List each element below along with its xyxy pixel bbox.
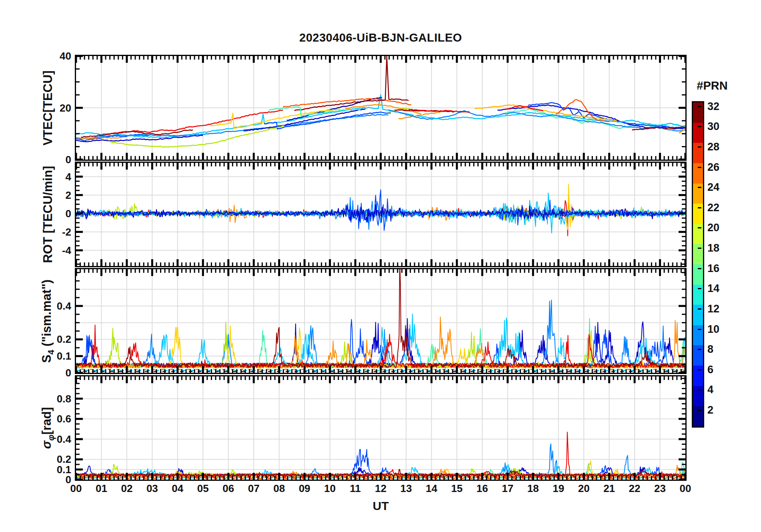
colorbar-tick-label: 14 bbox=[707, 282, 735, 295]
colorbar-tick-label: 18 bbox=[707, 242, 735, 254]
chart-title: 20230406-UiB-BJN-GALILEO bbox=[76, 31, 685, 44]
colorbar-tick bbox=[698, 268, 701, 269]
vtec-ylabel: VTEC[TECU] bbox=[41, 70, 55, 146]
colorbar-tick-label: 16 bbox=[707, 262, 735, 275]
colorbar-tick bbox=[698, 167, 701, 168]
panel-vtec bbox=[75, 55, 687, 161]
sigmaphi-plot bbox=[76, 376, 685, 480]
colorbar-tick bbox=[698, 369, 701, 370]
colorbar-title: #PRN bbox=[682, 79, 742, 92]
colorbar-tick-label: 4 bbox=[707, 383, 735, 396]
colorbar-tick-label: 24 bbox=[707, 181, 735, 194]
colorbar-tick-label: 30 bbox=[707, 120, 735, 133]
colorbar-tick-label: 6 bbox=[707, 363, 735, 376]
colorbar bbox=[692, 101, 704, 428]
colorbar-tick bbox=[698, 227, 701, 228]
y-tick-label-sigmaphi: 0.8 bbox=[16, 392, 71, 406]
series-line-prn23 bbox=[399, 112, 444, 119]
panel-s4 bbox=[75, 268, 687, 374]
panel-sigmaphi bbox=[75, 375, 687, 481]
colorbar-tick-label: 20 bbox=[707, 221, 735, 234]
sigmaphi-ylabel: σφ[rad] bbox=[40, 407, 56, 449]
figure: 20230406-UiB-BJN-GALILEO 02040VTEC[TECU]… bbox=[0, 0, 761, 532]
colorbar-tick bbox=[698, 146, 701, 148]
y-tick-label-vtec: 0 bbox=[16, 153, 71, 166]
colorbar-tick-label: 22 bbox=[707, 201, 735, 214]
colorbar-tick bbox=[698, 410, 701, 411]
y-tick-label-s4: 0 bbox=[16, 366, 71, 380]
y-tick-label-sigmaphi: 0.2 bbox=[16, 452, 71, 466]
rot-plot bbox=[76, 163, 685, 266]
panel-rot bbox=[75, 162, 687, 267]
s4-plot bbox=[76, 269, 685, 373]
vtec-plot bbox=[76, 56, 685, 160]
colorbar-tick-label: 26 bbox=[707, 161, 735, 174]
x-axis-label: UT bbox=[76, 499, 685, 513]
x-tick-label: 00 bbox=[667, 482, 703, 495]
colorbar-tick bbox=[698, 187, 701, 188]
colorbar-tick bbox=[698, 126, 701, 127]
colorbar-tick bbox=[698, 308, 701, 310]
colorbar-tick bbox=[698, 349, 701, 350]
colorbar-tick bbox=[698, 207, 701, 208]
colorbar-tick-label: 12 bbox=[707, 302, 735, 315]
colorbar-tick-label: 10 bbox=[707, 323, 735, 336]
series-line-prn32 bbox=[294, 56, 409, 111]
colorbar-tick bbox=[698, 288, 701, 289]
y-tick-label-vtec: 40 bbox=[16, 49, 71, 63]
colorbar-tick-label: 32 bbox=[707, 100, 735, 113]
s4-ylabel: S4 ("ism.mat") bbox=[40, 279, 56, 363]
colorbar-tick-label: 8 bbox=[707, 343, 735, 356]
colorbar-tick bbox=[698, 329, 701, 330]
colorbar-tick-label: 2 bbox=[707, 404, 735, 416]
rot-ylabel: ROT [TECU/min] bbox=[41, 166, 55, 263]
series-line-prn21 bbox=[475, 105, 617, 120]
colorbar-tick bbox=[698, 248, 701, 249]
colorbar-tick-label: 28 bbox=[707, 140, 735, 153]
colorbar-tick bbox=[698, 106, 701, 107]
colorbar-tick bbox=[698, 389, 701, 390]
